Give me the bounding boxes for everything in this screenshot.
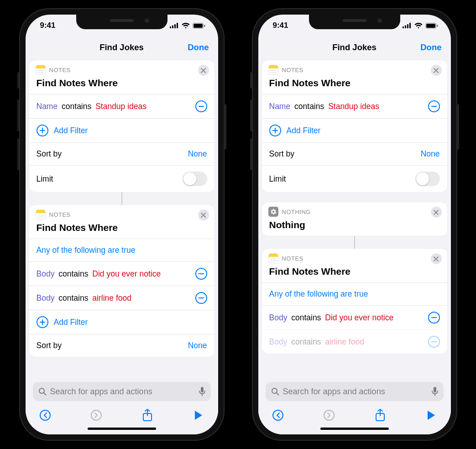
filter-row[interactable]: Body contains airline food [29, 286, 214, 310]
remove-action-button[interactable] [431, 207, 442, 218]
limit-label: Limit [269, 174, 286, 184]
filter-operator[interactable]: contains [294, 102, 324, 111]
filter-mode-row[interactable]: Any of the following are true [29, 239, 214, 261]
notes-app-icon [268, 65, 278, 75]
filter-operator[interactable]: contains [291, 337, 321, 346]
add-filter-label: Add Filter [54, 318, 88, 327]
filter-value[interactable]: Standup ideas [95, 102, 146, 111]
home-indicator[interactable] [320, 428, 389, 430]
limit-row: Limit [29, 165, 214, 192]
filter-row[interactable]: Name contains Standup ideas [29, 94, 214, 118]
filter-field[interactable]: Body [269, 337, 288, 346]
limit-toggle[interactable] [415, 172, 440, 186]
share-button[interactable] [372, 407, 388, 423]
remove-filter-button[interactable] [428, 312, 440, 324]
phone-left: 9:41 Find Jokes Done NOTES F [19, 8, 225, 441]
filter-row[interactable]: Body contains airline food [262, 329, 447, 354]
remove-filter-button[interactable] [195, 268, 207, 280]
remove-filter-button[interactable] [428, 100, 440, 112]
mic-icon[interactable] [199, 387, 205, 396]
bottom-bar: Search for apps and actions [26, 374, 218, 434]
filter-operator[interactable]: contains [291, 313, 321, 322]
undo-button[interactable] [37, 407, 53, 423]
limit-row: Limit [262, 165, 447, 192]
close-icon [434, 256, 439, 261]
svg-rect-2 [174, 24, 176, 28]
sort-by-row[interactable]: Sort by None [262, 142, 447, 165]
add-filter-label: Add Filter [54, 126, 88, 136]
filter-mode-label[interactable]: Any of the following are true [269, 289, 368, 299]
filter-operator[interactable]: contains [62, 102, 91, 111]
remove-action-button[interactable] [431, 65, 442, 76]
sort-by-label: Sort by [37, 341, 62, 350]
limit-label: Limit [37, 174, 53, 184]
filter-operator[interactable]: contains [58, 293, 88, 303]
sort-by-row[interactable]: Sort by None [29, 142, 214, 165]
add-filter-row[interactable]: Add Filter [29, 118, 214, 142]
svg-point-11 [91, 410, 101, 420]
remove-filter-button[interactable] [428, 336, 440, 348]
action-search-input[interactable]: Search for apps and actions [266, 382, 444, 401]
filter-field[interactable]: Name [37, 102, 58, 111]
run-button[interactable] [191, 407, 206, 423]
add-filter-label: Add Filter [287, 126, 321, 136]
wifi-icon [182, 23, 190, 29]
filter-mode-label[interactable]: Any of the following are true [37, 245, 136, 255]
svg-rect-13 [403, 26, 404, 28]
limit-toggle[interactable] [183, 172, 207, 186]
redo-button [321, 407, 337, 423]
svg-rect-3 [177, 23, 178, 28]
done-button[interactable]: Done [420, 42, 441, 52]
toolbar [33, 401, 211, 423]
remove-action-button[interactable] [198, 65, 209, 76]
sort-by-row[interactable]: Sort by None [29, 334, 214, 357]
filter-value[interactable]: Standup ideas [328, 102, 379, 111]
remove-filter-button[interactable] [195, 100, 207, 112]
filter-operator[interactable]: contains [58, 269, 88, 278]
svg-rect-5 [194, 24, 203, 28]
sort-by-value[interactable]: None [188, 341, 207, 350]
remove-action-button[interactable] [198, 209, 209, 220]
undo-button[interactable] [270, 407, 286, 423]
remove-action-button[interactable] [431, 253, 442, 264]
cellular-icon [170, 23, 179, 28]
share-icon [142, 409, 152, 422]
done-button[interactable]: Done [188, 42, 209, 52]
filter-field[interactable]: Body [37, 269, 55, 278]
card-app-label: NOTES [282, 67, 303, 73]
add-filter-row[interactable]: Add Filter [29, 310, 214, 334]
action-search-input[interactable]: Search for apps and actions [33, 382, 211, 401]
svg-rect-15 [407, 24, 408, 28]
card-title: Find Notes Where [262, 78, 447, 94]
undo-icon [272, 409, 284, 421]
add-filter-row[interactable]: Add Filter [262, 118, 447, 142]
remove-filter-button[interactable] [195, 292, 207, 304]
filter-row[interactable]: Name contains Standup ideas [262, 94, 447, 118]
svg-point-24 [324, 410, 334, 420]
filter-field[interactable]: Name [269, 102, 291, 111]
filter-mode-row[interactable]: Any of the following are true [262, 282, 447, 305]
run-button[interactable] [424, 407, 439, 423]
mic-icon[interactable] [432, 387, 438, 396]
share-button[interactable] [140, 407, 155, 423]
phone-right: 9:41 Find Jokes Done NOTES F [252, 8, 457, 441]
home-indicator[interactable] [88, 428, 156, 430]
action-card-find-notes: NOTES Find Notes Where Name contains Sta… [29, 60, 214, 192]
svg-rect-0 [170, 26, 171, 28]
action-card-nothing: NOTHING Nothing [262, 202, 447, 236]
filter-value[interactable]: airline food [325, 337, 364, 346]
bottom-bar: Search for apps and actions [258, 374, 451, 434]
battery-icon [193, 23, 205, 29]
filter-value[interactable]: airline food [92, 293, 131, 303]
filter-field[interactable]: Body [269, 313, 288, 322]
filter-field[interactable]: Body [37, 293, 55, 303]
filter-row[interactable]: Body contains Did you ever notice [29, 261, 214, 286]
sort-by-value[interactable]: None [188, 149, 207, 159]
filter-row[interactable]: Body contains Did you ever notice [262, 305, 447, 329]
sort-by-label: Sort by [269, 149, 294, 159]
filter-value[interactable]: Did you ever notice [92, 269, 161, 278]
sort-by-value[interactable]: None [421, 149, 440, 159]
filter-value[interactable]: Did you ever notice [325, 313, 393, 322]
search-placeholder: Search for apps and actions [283, 387, 385, 397]
svg-rect-9 [201, 387, 204, 392]
